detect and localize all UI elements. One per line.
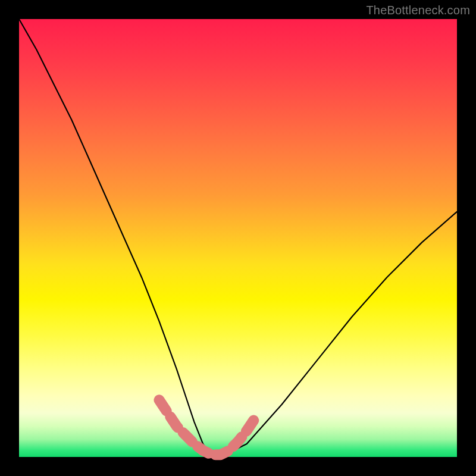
chart-stage: TheBottleneck.com [0,0,476,476]
plot-area [19,19,457,457]
bottleneck-curve [19,19,457,457]
watermark-text: TheBottleneck.com [366,4,470,17]
curve-layer [19,19,457,457]
